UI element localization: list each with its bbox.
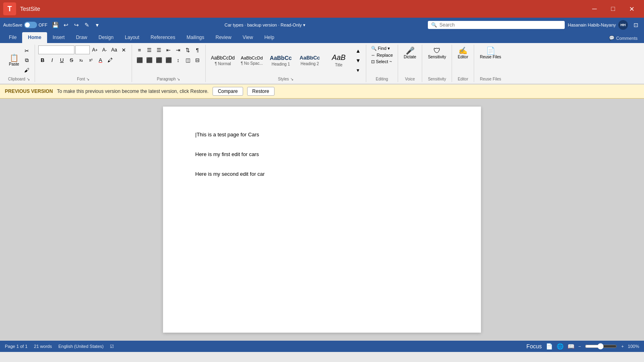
justify-button[interactable]: ⬛	[164, 56, 173, 64]
font-color-button[interactable]: A	[96, 56, 105, 64]
tab-help[interactable]: Help	[259, 32, 280, 43]
style-h1-label: Heading 1	[272, 62, 290, 66]
superscript-button[interactable]: x²	[87, 56, 95, 64]
change-case-button[interactable]: Aa	[110, 45, 119, 54]
doc-info[interactable]: Car types · backup version · Read-Only ▾	[105, 23, 425, 28]
font-name-input[interactable]	[38, 45, 74, 54]
shading-button[interactable]: ◫	[184, 56, 192, 64]
read-view-button[interactable]: 📖	[568, 343, 574, 350]
doc-line-2: Here is my first edit for cars	[195, 151, 259, 157]
clear-formatting-button[interactable]: ✕	[120, 45, 128, 54]
sensitivity-group: 🛡 Sensitivity Sensitivity	[422, 45, 452, 82]
bold-button[interactable]: B	[38, 56, 47, 64]
increase-indent-button[interactable]: ⇥	[174, 45, 183, 54]
tab-layout[interactable]: Layout	[119, 32, 145, 43]
decrease-indent-button[interactable]: ⇤	[164, 45, 173, 54]
comments-button[interactable]: 💬 Comments	[606, 33, 641, 43]
proofing-icon[interactable]: ☑	[110, 344, 114, 349]
reuse-files-button[interactable]: 📄 Reuse Files	[477, 45, 504, 61]
subscript-button[interactable]: x₂	[77, 56, 86, 64]
tab-mailings[interactable]: Mailings	[181, 32, 210, 43]
minimize-button[interactable]: ─	[585, 0, 604, 18]
ribbon: AutoSave OFF 💾 ↩ ↪ ✎ ▾ Car types · backu…	[0, 18, 644, 84]
font-size-input[interactable]	[75, 45, 90, 54]
format-painter-button[interactable]: 🖌	[23, 66, 31, 74]
zoom-in-button[interactable]: +	[621, 344, 623, 349]
quick-access-dropdown[interactable]: ▾	[93, 20, 102, 30]
sort-button[interactable]: ⇅	[184, 45, 192, 54]
numbering-button[interactable]: ☰	[145, 45, 154, 54]
save-button[interactable]: 💾	[51, 20, 60, 30]
compare-button[interactable]: Compare	[213, 87, 243, 96]
tab-view[interactable]: View	[237, 32, 259, 43]
line-spacing-button[interactable]: ↕	[174, 56, 183, 64]
tab-file[interactable]: File	[3, 32, 22, 43]
search-icon: 🔍	[431, 22, 437, 28]
autosave-toggle[interactable]	[24, 22, 37, 28]
user-name: Hasanain Habib-Nayany	[568, 23, 616, 27]
italic-button[interactable]: I	[48, 56, 57, 64]
tab-insert[interactable]: Insert	[47, 32, 70, 43]
paste-button[interactable]: 📋 Paste	[6, 53, 22, 68]
highlight-button[interactable]: 🖍	[106, 56, 115, 64]
doc-paragraph-1: This is a test page for Cars	[195, 131, 449, 139]
font-grow-button[interactable]: A+	[91, 45, 99, 54]
undo-button[interactable]: ↩	[61, 20, 71, 30]
underline-button[interactable]: U	[58, 56, 66, 64]
align-left-button[interactable]: ⬛	[135, 56, 144, 64]
multilevel-button[interactable]: ☰	[155, 45, 163, 54]
select-button[interactable]: ⊡ Select ~	[369, 59, 394, 65]
dictate-icon: 🎤	[406, 47, 415, 54]
bullets-button[interactable]: ≡	[135, 45, 144, 54]
style-no-space[interactable]: AaBbCcDd ¶ No Spac...	[238, 47, 266, 73]
replace-button[interactable]: ↔ Replace	[369, 52, 394, 58]
reuse-files-group-label: Reuse Files	[477, 76, 504, 81]
style-title[interactable]: AaB Title	[325, 47, 353, 73]
align-right-button[interactable]: ⬛	[155, 56, 163, 64]
find-button[interactable]: 🔍 Find ▾	[369, 45, 394, 51]
word-count: 21 words	[34, 344, 52, 349]
doc-paragraph-2: Here is my first edit for cars	[195, 150, 449, 159]
focus-button[interactable]: Focus	[526, 343, 542, 350]
tab-draw[interactable]: Draw	[70, 32, 93, 43]
styles-down-button[interactable]: ▼	[354, 56, 363, 65]
tab-home[interactable]: Home	[22, 32, 47, 43]
zoom-slider[interactable]	[585, 343, 617, 350]
tab-design[interactable]: Design	[93, 32, 119, 43]
status-bar: Page 1 of 1 21 words English (United Sta…	[0, 341, 644, 352]
toggle-knob	[25, 23, 30, 27]
editor-button[interactable]: ✍ Editor	[455, 45, 471, 61]
dictate-button[interactable]: 🎤 Dictate	[401, 45, 419, 61]
restore-button[interactable]: Restore	[247, 87, 275, 96]
cut-button[interactable]: ✂	[23, 46, 31, 55]
redo-button[interactable]: ↪	[72, 20, 81, 30]
style-normal[interactable]: AaBbCcDd ¶ Normal	[209, 47, 237, 73]
search-box[interactable]: 🔍	[428, 21, 565, 29]
tab-review[interactable]: Review	[210, 32, 237, 43]
borders-button[interactable]: ⊟	[193, 56, 202, 64]
style-heading1[interactable]: AaBbCc Heading 1	[267, 47, 295, 73]
sensitivity-button[interactable]: 🛡 Sensitivity	[425, 45, 448, 61]
strikethrough-button[interactable]: S	[67, 56, 76, 64]
font-shrink-button[interactable]: A-	[100, 45, 109, 54]
zoom-out-button[interactable]: −	[578, 344, 581, 349]
maximize-button[interactable]: □	[604, 0, 622, 18]
show-marks-button[interactable]: ¶	[193, 45, 202, 54]
styles-up-button[interactable]: ▲	[354, 46, 363, 55]
close-button[interactable]: ✕	[622, 0, 641, 18]
title-bar: T TestSite ─ □ ✕	[0, 0, 644, 18]
styles-expand-button[interactable]: ▾	[354, 66, 363, 74]
print-view-button[interactable]: 📄	[546, 343, 553, 350]
tab-references[interactable]: References	[145, 32, 181, 43]
style-heading2[interactable]: AaBbCc Heading 2	[296, 47, 324, 73]
copy-button[interactable]: ⧉	[23, 56, 31, 65]
search-input[interactable]	[440, 22, 561, 28]
window-icon-button[interactable]: ⊡	[631, 20, 641, 30]
center-button[interactable]: ⬛	[145, 56, 154, 64]
document-page[interactable]: This is a test page for Cars Here is my …	[163, 107, 481, 333]
voice-group: 🎤 Dictate Voice	[398, 45, 422, 82]
editing-col: 🔍 Find ▾ ↔ Replace ⊡ Select ~	[369, 45, 394, 65]
web-view-button[interactable]: 🌐	[557, 343, 564, 350]
touch-button[interactable]: ✎	[82, 20, 92, 30]
tab-row: File Home Insert Draw Design Layout Refe…	[0, 32, 644, 43]
